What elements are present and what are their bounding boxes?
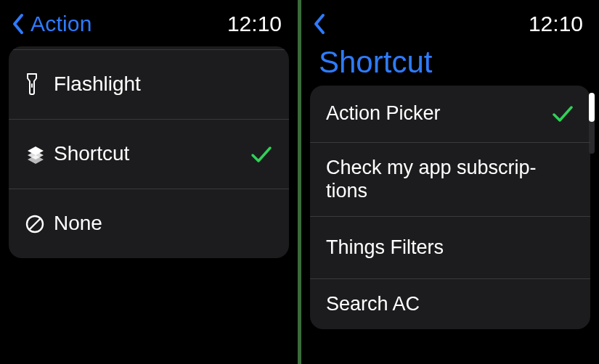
back-label: Action (30, 12, 92, 36)
action-row-flashlight[interactable]: Flashlight (9, 49, 289, 119)
shortcut-row-label: Search AC (326, 293, 574, 315)
chevron-left-icon (12, 13, 26, 35)
svg-line-1 (29, 218, 41, 230)
header: Action 12:10 (0, 0, 298, 45)
action-row-shortcut[interactable]: Shortcut (9, 119, 289, 189)
checkmark-icon (551, 104, 574, 124)
shortcut-row[interactable]: Action Picker (310, 86, 590, 142)
watch-screen-shortcut: 12:10 Shortcut Action Picker Check my ap… (301, 0, 599, 364)
shortcut-row[interactable]: Search AC (310, 278, 590, 329)
watch-screen-action: Action 12:10 Dive Flashlight (0, 0, 298, 364)
header: 12:10 (301, 0, 599, 45)
action-row-none[interactable]: None (9, 189, 289, 258)
shortcut-row-label: Check my app subscrip‐tions (326, 157, 574, 202)
flashlight-icon (25, 73, 54, 97)
page-title: Shortcut (301, 45, 599, 86)
shortcut-row[interactable]: Things Filters (310, 216, 590, 278)
shortcut-list: Action Picker Check my app subscrip‐tion… (310, 86, 590, 329)
back-button[interactable]: Action (12, 12, 92, 36)
action-list: Dive Flashlight Shortcut (9, 46, 289, 258)
clock-time: 12:10 (227, 12, 282, 36)
action-row-label: Shortcut (54, 142, 250, 165)
clock-time: 12:10 (529, 12, 583, 36)
chevron-left-icon (313, 13, 327, 35)
shortcut-row-label: Things Filters (326, 236, 574, 259)
shortcut-row-label: Action Picker (326, 102, 551, 125)
action-row-label: Flashlight (54, 73, 273, 96)
back-button[interactable] (313, 13, 327, 35)
shortcut-icon (25, 145, 54, 164)
none-icon (25, 214, 54, 234)
checkmark-icon (250, 144, 273, 165)
shortcut-row[interactable]: Check my app subscrip‐tions (310, 142, 590, 216)
action-row-label: None (54, 212, 273, 235)
